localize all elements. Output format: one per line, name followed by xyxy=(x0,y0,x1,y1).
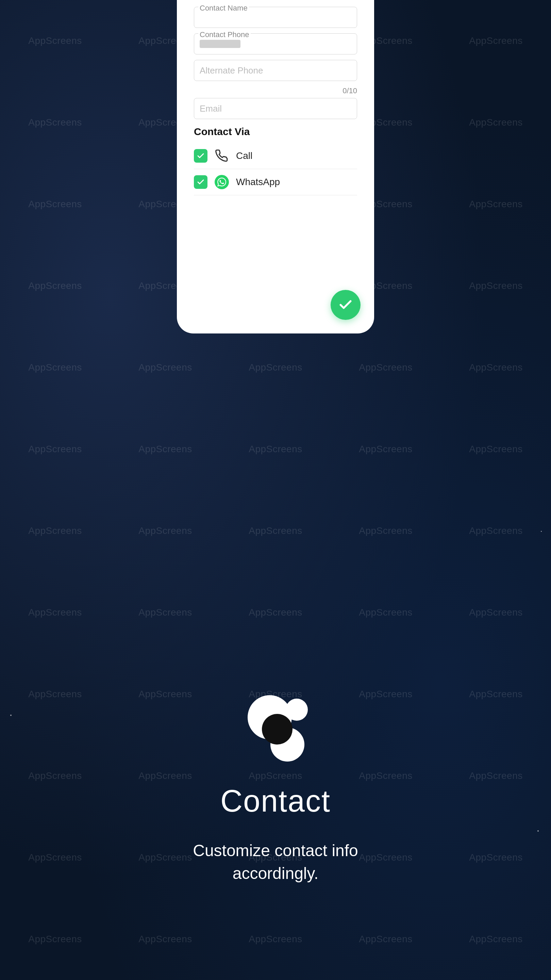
contact-name-field: Contact Name xyxy=(194,7,357,28)
watermark-item: AppScreens xyxy=(0,653,110,735)
watermark-item: AppScreens xyxy=(441,735,551,817)
app-branding-section: Contact Customize contact info according… xyxy=(146,695,405,885)
watermark-item: AppScreens xyxy=(441,408,551,490)
watermark-item: AppScreens xyxy=(330,408,441,490)
alternate-phone-input[interactable]: Alternate Phone xyxy=(200,64,351,76)
contact-name-input-wrapper[interactable]: Contact Name xyxy=(194,7,357,28)
email-field: Email xyxy=(194,98,357,119)
call-checkbox[interactable] xyxy=(194,149,208,163)
watermark-item: AppScreens xyxy=(441,490,551,572)
call-label: Call xyxy=(236,150,252,161)
watermark-item: AppScreens xyxy=(221,490,330,572)
check-icon-whatsapp xyxy=(197,178,205,186)
watermark-item: AppScreens xyxy=(441,327,551,408)
watermark-item: AppScreens xyxy=(441,0,551,82)
star-decoration xyxy=(541,531,542,532)
whatsapp-option[interactable]: WhatsApp xyxy=(194,169,357,195)
char-count: 0/10 xyxy=(194,86,357,95)
watermark-item: AppScreens xyxy=(0,0,110,82)
alternate-phone-field: Alternate Phone xyxy=(194,60,357,81)
whatsapp-svg xyxy=(218,178,226,186)
watermark-item: AppScreens xyxy=(0,245,110,327)
watermark-item: AppScreens xyxy=(221,572,330,653)
call-option[interactable]: Call xyxy=(194,143,357,169)
contact-name-label: Contact Name xyxy=(198,4,249,13)
watermark-item: AppScreens xyxy=(221,327,330,408)
watermark-item: AppScreens xyxy=(221,898,330,980)
email-input[interactable]: Email xyxy=(200,102,351,115)
phone-blurred-value xyxy=(200,40,240,48)
watermark-item: AppScreens xyxy=(0,490,110,572)
bubble-small xyxy=(286,698,308,721)
call-icon xyxy=(214,148,229,163)
watermark-item: AppScreens xyxy=(330,490,441,572)
watermark-item: AppScreens xyxy=(441,817,551,898)
watermark-item: AppScreens xyxy=(0,327,110,408)
confirm-fab-button[interactable] xyxy=(330,290,360,320)
contact-name-input[interactable] xyxy=(200,11,351,24)
contact-via-title: Contact Via xyxy=(194,126,357,137)
whatsapp-label: WhatsApp xyxy=(236,177,280,188)
app-name: Contact xyxy=(221,784,330,819)
contact-phone-input[interactable] xyxy=(200,38,351,50)
watermark-item: AppScreens xyxy=(0,898,110,980)
watermark-item: AppScreens xyxy=(441,572,551,653)
watermark-item: AppScreens xyxy=(0,408,110,490)
watermark-item: AppScreens xyxy=(441,163,551,245)
whatsapp-checkbox[interactable] xyxy=(194,175,208,189)
confirm-check-icon xyxy=(338,298,353,312)
watermark-item: AppScreens xyxy=(0,82,110,163)
app-tagline: Customize contact info accordingly. xyxy=(146,839,405,885)
watermark-item: AppScreens xyxy=(441,653,551,735)
whatsapp-icon-container xyxy=(214,175,229,189)
phone-card: Contact Name Contact Phone Alternate Pho… xyxy=(177,0,374,334)
email-input-wrapper[interactable]: Email xyxy=(194,98,357,119)
watermark-item: AppScreens xyxy=(110,408,221,490)
watermark-item: AppScreens xyxy=(330,898,441,980)
contact-phone-input-wrapper[interactable]: Contact Phone xyxy=(194,33,357,54)
watermark-item: AppScreens xyxy=(0,163,110,245)
phone-icon xyxy=(215,150,228,162)
watermark-item: AppScreens xyxy=(0,572,110,653)
contact-phone-field: Contact Phone xyxy=(194,33,357,54)
watermark-item: AppScreens xyxy=(110,572,221,653)
app-logo xyxy=(241,695,310,763)
watermark-item: AppScreens xyxy=(330,572,441,653)
star-decoration xyxy=(10,714,11,716)
whatsapp-logo xyxy=(214,175,229,189)
alternate-phone-input-wrapper[interactable]: Alternate Phone xyxy=(194,60,357,81)
watermark-item: AppScreens xyxy=(330,327,441,408)
star-decoration xyxy=(537,830,539,832)
watermark-item: AppScreens xyxy=(110,327,221,408)
bubble-dark xyxy=(262,714,292,745)
watermark-item: AppScreens xyxy=(0,735,110,817)
watermark-item: AppScreens xyxy=(221,408,330,490)
contact-phone-label: Contact Phone xyxy=(198,30,251,39)
check-icon xyxy=(197,152,205,160)
watermark-item: AppScreens xyxy=(441,82,551,163)
watermark-item: AppScreens xyxy=(0,817,110,898)
watermark-item: AppScreens xyxy=(441,898,551,980)
watermark-item: AppScreens xyxy=(110,898,221,980)
watermark-item: AppScreens xyxy=(441,245,551,327)
watermark-item: AppScreens xyxy=(110,490,221,572)
